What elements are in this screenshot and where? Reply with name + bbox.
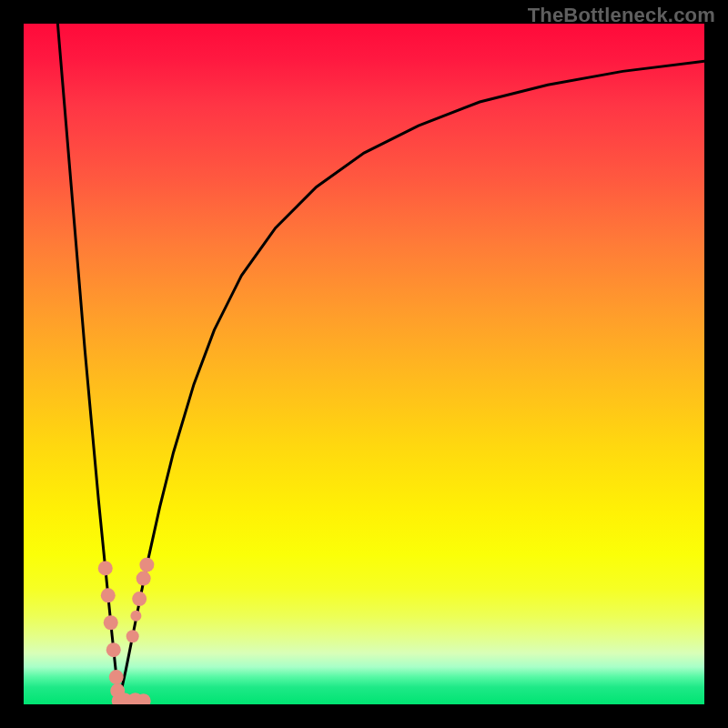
data-marker <box>126 630 139 642</box>
chart-container: TheBottleneck.com <box>0 0 728 728</box>
data-marker <box>132 592 147 606</box>
plot-area <box>24 24 704 704</box>
data-marker <box>106 642 121 657</box>
data-marker <box>98 561 113 575</box>
data-marker <box>139 558 154 572</box>
data-marker <box>130 611 141 622</box>
data-marker <box>101 588 116 602</box>
curve-layer <box>24 24 704 704</box>
data-marker <box>136 571 151 586</box>
data-marker <box>104 615 118 630</box>
right-curve <box>119 61 704 701</box>
data-marker <box>109 670 124 684</box>
